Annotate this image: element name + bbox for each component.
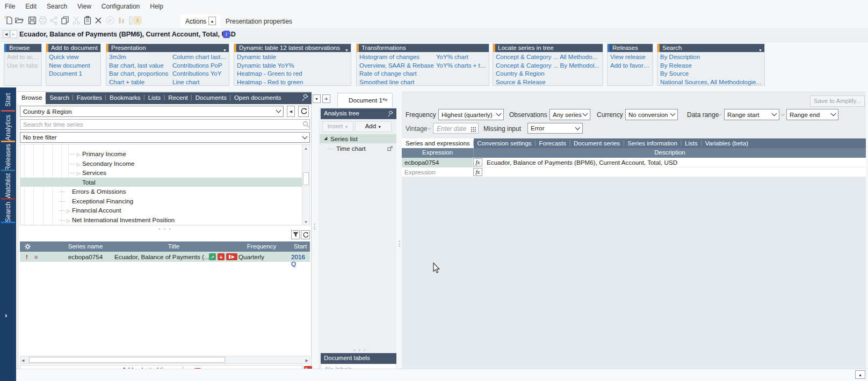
ribbon-item[interactable]: Add to active bbox=[7, 53, 40, 62]
tree-item[interactable]: ▷Services bbox=[20, 168, 309, 178]
ribbon-item[interactable]: Smoothed line chart bbox=[359, 78, 435, 87]
expression-cell[interactable]: ecbopa0754 bbox=[402, 158, 473, 167]
column-header[interactable]: Title bbox=[111, 243, 236, 250]
ribbon-item[interactable]: National Sources, All Methodologie... bbox=[660, 78, 763, 87]
new-document-tab-button[interactable]: + bbox=[322, 94, 330, 103]
ribbon-item[interactable]: Dynamic table bbox=[237, 53, 349, 62]
browse-tab[interactable]: Bookmarks bbox=[106, 92, 144, 104]
expression-placeholder[interactable]: Expression bbox=[404, 168, 436, 175]
ribbon-item[interactable]: Contributions PoP bbox=[172, 62, 227, 70]
vintage-date-input[interactable]: Enter date bbox=[433, 123, 479, 134]
menu-item[interactable]: Search bbox=[47, 3, 67, 10]
ribbon-item[interactable]: Rate of change chart bbox=[359, 70, 435, 78]
panel-menu-icon[interactable]: ▼ bbox=[223, 46, 227, 53]
browse-h-scrollbar[interactable]: ◀ ▶ bbox=[20, 356, 310, 364]
back-button[interactable]: ◀ bbox=[3, 30, 10, 38]
open-series-icon[interactable]: ↗ bbox=[209, 253, 216, 260]
alert-icon[interactable]: ! bbox=[26, 253, 28, 260]
column-header[interactable]: Description bbox=[474, 149, 866, 156]
tree-item[interactable]: Exceptional Financing bbox=[20, 196, 309, 206]
main-tab[interactable]: Series information bbox=[624, 138, 681, 148]
ribbon-item[interactable]: Overview, SAAR & Rebase bbox=[359, 62, 435, 70]
filter-button[interactable] bbox=[291, 230, 300, 239]
tree-item[interactable]: ▷Net International Investment Position bbox=[20, 215, 309, 225]
ribbon-item[interactable]: YoY% charts + table bbox=[436, 62, 487, 70]
series-row[interactable]: ! ≡ ecbopa0754 Ecuador, Balance of Payme… bbox=[20, 252, 310, 262]
menu-item[interactable]: File bbox=[5, 3, 15, 10]
ribbon-item[interactable]: Bar chart, proportions bbox=[109, 70, 171, 78]
column-header[interactable]: Start bbox=[287, 243, 314, 250]
tree-item[interactable]: ▷Primary Income bbox=[20, 149, 309, 159]
main-tab[interactable]: Lists bbox=[681, 138, 701, 148]
document-tab[interactable]: Document 1* × bbox=[337, 93, 393, 107]
tree-expander-icon[interactable]: ▷ bbox=[67, 216, 72, 226]
browse-tab[interactable]: Browse bbox=[18, 92, 46, 104]
row-menu-icon[interactable]: ≡ bbox=[34, 253, 38, 260]
open-chart-icon[interactable] bbox=[387, 145, 393, 152]
add-series-icon[interactable]: + bbox=[218, 253, 225, 260]
actions-collapse-button[interactable]: ▲ bbox=[208, 17, 216, 25]
save-icon[interactable] bbox=[27, 16, 37, 25]
column-header[interactable]: Expression bbox=[402, 149, 473, 156]
missing-input-dropdown[interactable]: Error bbox=[527, 123, 583, 134]
search-input[interactable] bbox=[20, 119, 310, 130]
main-tab[interactable]: Conversion settings bbox=[474, 138, 536, 148]
splitter-dots[interactable]: • • • bbox=[353, 349, 366, 352]
forward-button[interactable]: ▶ bbox=[10, 30, 17, 38]
ribbon-item[interactable]: YoY% chart bbox=[436, 53, 487, 62]
ribbon-item[interactable]: Heatmap - Red to green bbox=[237, 78, 349, 87]
gear-icon[interactable] bbox=[24, 243, 31, 251]
ribbon-item[interactable]: Contributions YoY bbox=[172, 70, 227, 78]
ribbon-item[interactable]: Concept & Category ... All Methodo... bbox=[496, 53, 601, 62]
main-tab[interactable]: Forecasts bbox=[536, 138, 570, 148]
pin-icon[interactable] bbox=[301, 93, 311, 103]
ribbon-item[interactable]: Concept & Category ... By Methodol... bbox=[496, 62, 601, 70]
observations-dropdown[interactable]: Any series bbox=[549, 109, 590, 120]
scrollbar-thumb[interactable] bbox=[29, 357, 225, 363]
collapse-panel-button[interactable]: ▲ bbox=[855, 370, 865, 379]
tree-filter-dropdown[interactable]: No tree filter bbox=[20, 132, 310, 143]
currency-dropdown[interactable]: No conversion bbox=[625, 109, 678, 120]
calendar-grid-icon[interactable] bbox=[471, 126, 476, 134]
fx-button[interactable]: fx bbox=[473, 158, 482, 166]
add-analysis-button[interactable]: Add ▼ bbox=[355, 121, 392, 132]
tree-item[interactable]: ▷Secondary Income bbox=[20, 159, 309, 168]
paste-icon[interactable] bbox=[83, 16, 92, 25]
ribbon-item[interactable]: By Source bbox=[660, 70, 763, 78]
browse-tab[interactable]: Open documents bbox=[230, 92, 285, 104]
panel-menu-icon[interactable]: ▼ bbox=[345, 46, 349, 53]
expression-row[interactable]: ecbopa0754 fx Ecuador, Balance of Paymen… bbox=[402, 158, 866, 167]
ribbon-item[interactable]: Country & Region bbox=[496, 70, 601, 78]
actions-button[interactable]: Actions bbox=[185, 18, 206, 25]
ribbon-item[interactable]: Use in tabs bbox=[7, 62, 40, 70]
info-icon[interactable]: i bbox=[223, 31, 230, 38]
rail-tab[interactable]: Start bbox=[0, 87, 16, 112]
main-tab[interactable]: Document series bbox=[570, 138, 624, 148]
ribbon-item[interactable]: Line chart bbox=[172, 78, 227, 87]
open-icon[interactable] bbox=[15, 16, 24, 25]
splitter-dots[interactable]: • • • bbox=[158, 228, 171, 231]
ribbon-item[interactable]: Dynamic table YoY% bbox=[237, 62, 349, 70]
expression-row-empty[interactable]: Expression fx bbox=[402, 167, 866, 177]
tree-source-dropdown[interactable]: Country & Region bbox=[20, 106, 284, 117]
fx-button[interactable]: fx bbox=[473, 168, 482, 176]
rail-expand-icon[interactable]: › bbox=[5, 311, 7, 319]
copy-icon[interactable] bbox=[60, 16, 70, 25]
menu-item[interactable]: Help bbox=[150, 3, 163, 10]
ribbon-item[interactable]: Document 1 bbox=[49, 70, 99, 78]
ribbon-item[interactable]: Heatmap - Green to red bbox=[237, 70, 349, 78]
rail-tab[interactable]: Analytics bbox=[0, 112, 16, 143]
ribbon-item[interactable]: Column chart last 24 bbox=[172, 53, 227, 62]
tree-item[interactable]: Total bbox=[20, 178, 309, 187]
ribbon-item[interactable]: Bar chart, last value bbox=[109, 62, 171, 70]
column-header[interactable]: Series name bbox=[60, 243, 111, 250]
browse-tab[interactable]: Recent bbox=[164, 92, 191, 104]
ribbon-item[interactable]: By Release bbox=[660, 62, 763, 70]
tree-scrollbar[interactable]: ▲ ▼ bbox=[302, 145, 310, 225]
range-start-dropdown[interactable]: Range start bbox=[724, 109, 779, 120]
close-icon[interactable]: × bbox=[384, 96, 388, 103]
rail-tab[interactable]: Search bbox=[0, 200, 16, 224]
rail-tab[interactable]: Watchlist bbox=[0, 172, 16, 200]
presentation-properties-tab[interactable]: Presentation properties bbox=[226, 18, 292, 25]
ribbon-item[interactable]: Add to favorites bbox=[610, 62, 651, 70]
